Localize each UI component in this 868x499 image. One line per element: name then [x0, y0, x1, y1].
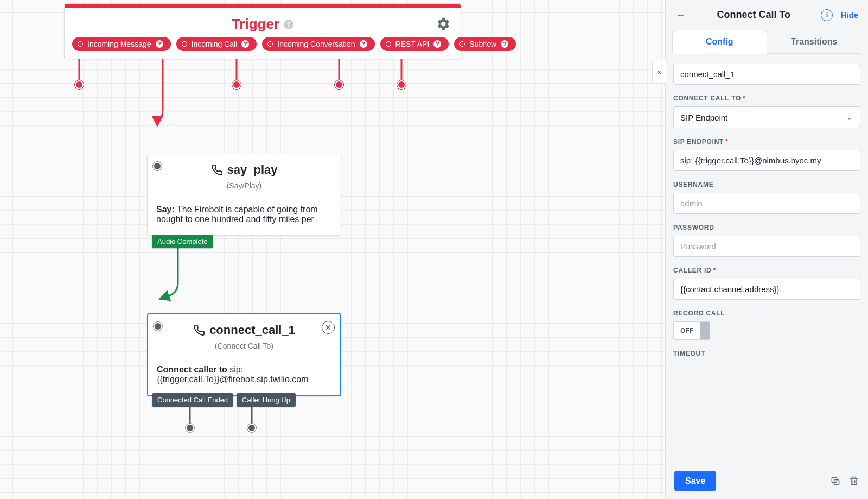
port-in[interactable] [153, 162, 162, 170]
record-call-toggle[interactable]: OFF [673, 321, 710, 340]
trigger-node[interactable]: Trigger ? Incoming Message? Incoming Cal… [64, 3, 461, 59]
info-icon[interactable]: i [821, 9, 833, 21]
svg-rect-8 [851, 478, 857, 485]
username-input[interactable] [673, 193, 860, 214]
event-incoming-call[interactable]: Incoming Call? [176, 37, 257, 51]
port-in[interactable] [154, 322, 162, 331]
save-button[interactable]: Save [674, 471, 716, 491]
close-icon[interactable]: ✕ [322, 321, 335, 334]
help-icon[interactable]: ? [241, 40, 249, 48]
panel-footer: Save [666, 463, 868, 499]
connect-call-to-select[interactable]: SIP Endpoint ⌄ [673, 106, 860, 128]
node-subtitle: (Connect Call To) [156, 342, 333, 350]
connect-call-node[interactable]: ✕ connect_call_1 (Connect Call To) Conne… [147, 313, 341, 396]
phone-icon [211, 164, 223, 176]
collapse-panel-button[interactable]: « [652, 60, 666, 84]
event-subflow[interactable]: Subflow? [454, 37, 516, 51]
tag-connected-ended[interactable]: Connected Call Ended [152, 393, 233, 407]
help-icon[interactable]: ? [284, 20, 293, 29]
trash-icon[interactable] [848, 476, 859, 487]
tab-config[interactable]: Config [672, 30, 767, 54]
node-body: Connect caller to sip:{{trigger.call.To}… [148, 358, 340, 395]
help-icon[interactable]: ? [501, 40, 508, 48]
panel-tabs: Config Transitions [666, 30, 868, 54]
flow-canvas[interactable]: Trigger ? Incoming Message? Incoming Cal… [0, 0, 665, 499]
event-rest-api[interactable]: REST API? [380, 37, 449, 51]
node-body: Say: The Firebolt is capable of going fr… [148, 198, 341, 235]
node-title: connect_call_1 [193, 323, 295, 337]
field-label: PASSWORD [673, 224, 860, 231]
panel-body[interactable]: CONNECT CALL TO* SIP Endpoint ⌄ SIP ENDP… [666, 54, 868, 463]
port-out[interactable] [186, 424, 194, 432]
field-label: RECORD CALL [673, 309, 860, 317]
field-label: SIP ENDPOINT* [673, 138, 860, 146]
field-label: USERNAME [673, 181, 860, 188]
port-out[interactable] [247, 424, 256, 432]
node-title: say_play [211, 163, 278, 177]
widget-name-input[interactable] [673, 64, 860, 85]
callerid-input[interactable] [673, 279, 860, 300]
node-subtitle: (Say/Play) [155, 181, 333, 190]
help-icon[interactable]: ? [360, 40, 367, 48]
help-icon[interactable]: ? [156, 40, 163, 48]
event-incoming-conversation[interactable]: Incoming Conversation? [262, 37, 374, 51]
say-play-node[interactable]: say_play (Say/Play) Say: The Firebolt is… [147, 154, 341, 236]
panel-title: Connect Call To [686, 9, 821, 21]
back-icon[interactable]: ← [675, 9, 686, 21]
port-out[interactable] [335, 80, 343, 89]
sip-endpoint-input[interactable] [673, 150, 860, 171]
connect-call-outputs: Connected Call Ended Caller Hung Up [152, 393, 296, 407]
trigger-title: Trigger ? [232, 16, 293, 33]
wires [0, 0, 665, 499]
phone-icon [193, 324, 205, 336]
help-icon[interactable]: ? [433, 40, 441, 48]
panel-header: ← Connect Call To i Hide [666, 0, 868, 30]
hide-link[interactable]: Hide [840, 10, 858, 20]
copy-icon[interactable] [830, 476, 841, 487]
gear-icon[interactable] [435, 16, 451, 34]
port-out[interactable] [75, 80, 84, 89]
password-input[interactable] [673, 236, 860, 257]
field-label: CONNECT CALL TO* [673, 94, 860, 102]
trigger-events: Incoming Message? Incoming Call? Incomin… [65, 37, 461, 59]
field-label: CALLER ID* [673, 267, 860, 274]
field-label: TIMEOUT [673, 350, 860, 357]
port-out[interactable] [232, 80, 241, 89]
chevron-down-icon: ⌄ [846, 112, 853, 122]
say-play-outputs: Audio Complete [152, 235, 213, 248]
tab-transitions[interactable]: Transitions [767, 30, 862, 54]
port-out[interactable] [397, 80, 406, 89]
config-panel: « ← Connect Call To i Hide Config Transi… [665, 0, 868, 499]
tag-caller-hungup[interactable]: Caller Hung Up [237, 393, 296, 407]
event-incoming-message[interactable]: Incoming Message? [72, 37, 171, 51]
tag-audio-complete[interactable]: Audio Complete [152, 235, 213, 248]
trigger-accent [65, 4, 461, 8]
